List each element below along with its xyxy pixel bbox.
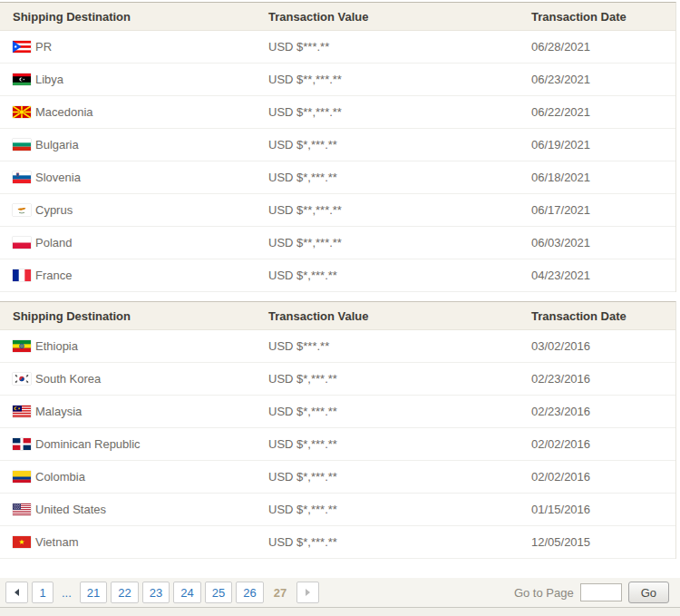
pagination-bar: 1 ... 21 22 23 24 25 26 27 Go to Page Go	[0, 578, 680, 608]
transaction-date: 04/23/2021	[531, 269, 675, 282]
country-name: Vietnam	[35, 535, 78, 549]
transactions-table-older: Shipping Destination Transaction Value T…	[0, 301, 676, 559]
column-header-shipping-destination: Shipping Destination	[0, 10, 268, 24]
country-flag-icon	[13, 438, 31, 450]
table-header-row: Shipping Destination Transaction Value T…	[0, 3, 675, 31]
page-button-23[interactable]: 23	[142, 582, 170, 603]
pager: 1 ... 21 22 23 24 25 26 27	[5, 582, 319, 603]
country-name: Colombia	[35, 470, 85, 484]
country-flag-icon	[13, 536, 31, 548]
shipping-destination-cell: Macedonia	[0, 105, 268, 119]
country-name: United States	[35, 503, 106, 516]
go-button[interactable]: Go	[628, 582, 669, 603]
country-flag-icon	[13, 406, 31, 417]
table-row: Slovenia USD $*,***.** 06/18/2021	[0, 161, 675, 194]
transaction-value: USD $**,***.**	[268, 203, 531, 217]
transaction-value: USD $**,***.**	[268, 105, 531, 119]
column-header-shipping-destination: Shipping Destination	[0, 309, 268, 323]
country-flag-icon	[13, 237, 31, 249]
transaction-date: 12/05/2015	[531, 535, 675, 549]
transaction-value: USD $***.**	[268, 339, 531, 353]
country-name: Libya	[35, 73, 63, 86]
country-flag-icon	[13, 41, 31, 53]
prev-page-button[interactable]	[5, 582, 28, 603]
country-flag-icon	[13, 504, 31, 515]
transaction-date: 06/03/2021	[531, 236, 675, 249]
table-row: Poland USD $**,***.** 06/03/2021	[0, 227, 675, 259]
country-name: Ethiopia	[35, 339, 78, 353]
transaction-date: 06/19/2021	[531, 138, 675, 152]
transaction-value: USD $*,***.**	[268, 470, 531, 484]
table-row: Dominican Republic USD $*,***.** 02/02/2…	[0, 428, 675, 461]
transaction-date: 06/17/2021	[531, 203, 675, 217]
table-row: Macedonia USD $**,***.** 06/22/2021	[0, 96, 675, 129]
shipping-destination-cell: South Korea	[0, 372, 268, 386]
column-header-transaction-date: Transaction Date	[531, 10, 675, 24]
shipping-destination-cell: Poland	[0, 236, 268, 249]
transaction-value: USD $*,***.**	[268, 437, 531, 451]
table-body: PR USD $***.** 06/28/2021 Libya USD $**,…	[0, 31, 675, 292]
table-row: Libya USD $**,***.** 06/23/2021	[0, 64, 675, 96]
country-flag-icon	[13, 373, 31, 385]
page-button-1[interactable]: 1	[32, 582, 53, 603]
transaction-value: USD $*,***.**	[268, 503, 531, 516]
transaction-value: USD $*,***.**	[268, 405, 531, 418]
table-row: Bulgaria USD $*,***.** 06/19/2021	[0, 129, 675, 161]
page-button-26[interactable]: 26	[236, 582, 263, 603]
country-flag-icon	[13, 106, 31, 118]
page-button-24[interactable]: 24	[173, 582, 200, 603]
page-button-21[interactable]: 21	[80, 582, 107, 603]
shipping-destination-cell: Cyprus	[0, 203, 268, 217]
shipping-destination-cell: Libya	[0, 73, 268, 86]
country-flag-icon	[13, 269, 31, 281]
transaction-value: USD $*,***.**	[268, 269, 531, 282]
transaction-value: USD $*,***.**	[268, 535, 531, 549]
country-name: Macedonia	[35, 105, 93, 119]
transaction-value: USD $*,***.**	[268, 171, 531, 184]
column-header-transaction-value: Transaction Value	[268, 10, 531, 24]
pagination-ellipsis: ...	[57, 586, 76, 600]
next-page-button[interactable]	[296, 582, 319, 603]
transactions-table-recent: Shipping Destination Transaction Value T…	[0, 2, 676, 292]
table-row: Cyprus USD $**,***.** 06/17/2021	[0, 194, 675, 227]
transaction-value: USD $***.**	[268, 40, 531, 54]
table-row: United States USD $*,***.** 01/15/2016	[0, 494, 675, 526]
transaction-date: 01/15/2016	[531, 503, 675, 516]
table-row: Vietnam USD $*,***.** 12/05/2015	[0, 526, 675, 559]
transaction-date: 02/02/2016	[531, 470, 675, 484]
shipping-destination-cell: France	[0, 269, 268, 282]
table-row: PR USD $***.** 06/28/2021	[0, 31, 675, 64]
transaction-value: USD $**,***.**	[268, 73, 531, 86]
goto-page-group: Go to Page Go	[514, 582, 669, 603]
left-triangle-icon	[15, 589, 19, 596]
column-header-transaction-date: Transaction Date	[531, 309, 675, 323]
country-name: Bulgaria	[35, 138, 79, 152]
page-button-22[interactable]: 22	[111, 582, 138, 603]
transaction-date: 03/02/2016	[531, 339, 675, 353]
country-flag-icon	[13, 204, 31, 216]
table-row: South Korea USD $*,***.** 02/23/2016	[0, 363, 675, 396]
country-flag-icon	[13, 340, 31, 352]
country-name: Dominican Republic	[35, 437, 141, 451]
table-row: Colombia USD $*,***.** 02/02/2016	[0, 461, 675, 494]
country-name: Slovenia	[35, 171, 81, 184]
table-body: Ethiopia USD $***.** 03/02/2016 South Ko…	[0, 330, 675, 559]
table-row: Malaysia USD $*,***.** 02/23/2016	[0, 396, 675, 428]
current-page-indicator: 27	[267, 586, 293, 600]
shipping-destination-cell: Malaysia	[0, 405, 268, 418]
country-name: PR	[35, 40, 52, 54]
country-flag-icon	[13, 471, 31, 483]
shipping-destination-cell: Colombia	[0, 470, 268, 484]
transaction-date: 06/22/2021	[531, 105, 675, 119]
country-name: South Korea	[35, 372, 101, 386]
goto-page-input[interactable]	[580, 583, 622, 601]
transaction-date: 06/18/2021	[531, 171, 675, 184]
shipping-destination-cell: Dominican Republic	[0, 437, 268, 451]
shipping-destination-cell: Ethiopia	[0, 339, 268, 353]
transaction-date: 02/23/2016	[531, 405, 675, 418]
right-triangle-icon	[306, 589, 310, 596]
country-name: Cyprus	[35, 203, 73, 217]
transaction-date: 06/23/2021	[531, 73, 675, 86]
country-flag-icon	[13, 73, 31, 85]
page-button-25[interactable]: 25	[205, 582, 232, 603]
